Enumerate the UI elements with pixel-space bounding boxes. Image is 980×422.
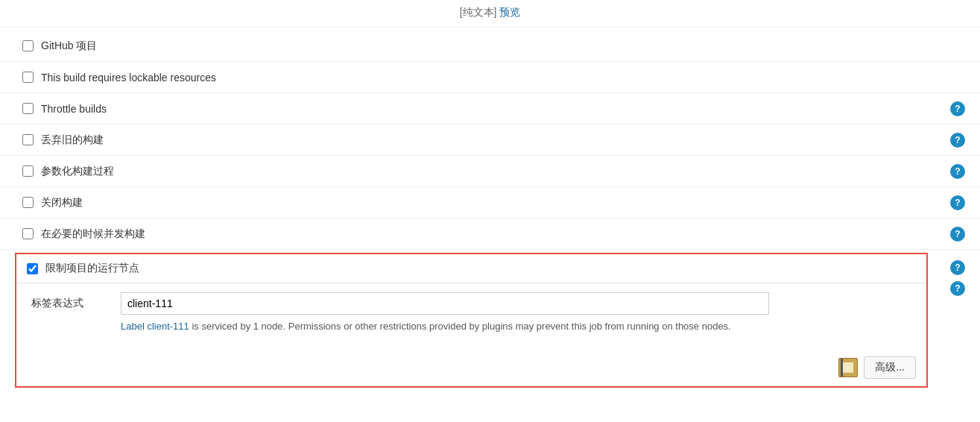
disable-builds-help-icon[interactable]: ? — [950, 195, 965, 210]
section-footer: 高级... — [16, 350, 926, 386]
restrict-nodes-text: 限制项目的运行节点 — [45, 262, 139, 275]
notebook-icon — [838, 358, 858, 377]
throttle-builds-text: Throttle builds — [41, 103, 107, 115]
lockable-resources-text: This build requires lockable resources — [41, 72, 216, 84]
label-client-link[interactable]: Label client-111 — [121, 321, 189, 332]
github-project-checkbox[interactable] — [22, 40, 34, 51]
discard-builds-checkbox[interactable] — [22, 134, 34, 145]
disable-builds-checkbox[interactable] — [22, 197, 34, 208]
throttle-builds-label[interactable]: Throttle builds — [22, 103, 965, 115]
option-row-disable: 关闭构建 ? — [0, 187, 980, 218]
discard-builds-help-icon[interactable]: ? — [950, 133, 965, 148]
label-expression-input[interactable] — [121, 292, 769, 315]
content-area: GitHub 项目 This build requires lockable r… — [0, 28, 980, 394]
concurrent-builds-text: 在必要的时候并发构建 — [41, 227, 145, 241]
parameterize-builds-label[interactable]: 参数化构建过程 — [22, 165, 965, 178]
plain-text-label: [纯文本] — [460, 6, 497, 18]
option-row-concurrent: 在必要的时候并发构建 ? — [0, 218, 980, 250]
concurrent-builds-checkbox[interactable] — [22, 228, 34, 239]
discard-builds-text: 丢弃旧的构建 — [41, 133, 104, 147]
discard-builds-label[interactable]: 丢弃旧的构建 — [22, 133, 965, 147]
lockable-resources-checkbox[interactable] — [22, 72, 34, 83]
option-row-parameterize: 参数化构建过程 ? — [0, 156, 980, 187]
option-row-throttle: Throttle builds ? — [0, 93, 980, 125]
advanced-button[interactable]: 高级... — [864, 356, 916, 379]
github-project-label[interactable]: GitHub 项目 — [22, 40, 965, 53]
page-wrapper: [纯文本] 预览 GitHub 项目 This build requires l… — [0, 0, 980, 422]
restrict-nodes-content: 标签表达式 Label client-111 is serviced by 1 … — [16, 283, 926, 350]
disable-builds-label[interactable]: 关闭构建 — [22, 196, 965, 210]
label-expression-label: 标签表达式 — [31, 292, 121, 310]
option-row-lockable: This build requires lockable resources — [0, 62, 980, 93]
parameterize-builds-text: 参数化构建过程 — [41, 165, 114, 178]
parameterize-builds-help-icon[interactable]: ? — [950, 164, 965, 179]
option-row-discard: 丢弃旧的构建 ? — [0, 125, 980, 156]
label-expression-help-text: Label client-111 is serviced by 1 node. … — [121, 319, 769, 334]
throttle-builds-checkbox[interactable] — [22, 103, 34, 114]
concurrent-builds-help-icon[interactable]: ? — [950, 227, 965, 242]
github-project-text: GitHub 项目 — [41, 40, 97, 53]
preview-header: [纯文本] 预览 — [0, 0, 980, 28]
disable-builds-text: 关闭构建 — [41, 196, 83, 210]
restrict-nodes-help-icon-1[interactable]: ? — [950, 260, 965, 275]
restrict-nodes-help-icon-2[interactable]: ? — [950, 281, 965, 296]
label-expression-row: 标签表达式 Label client-111 is serviced by 1 … — [31, 292, 911, 334]
restrict-nodes-label[interactable]: 限制项目的运行节点 — [27, 262, 911, 275]
lockable-resources-label[interactable]: This build requires lockable resources — [22, 72, 965, 84]
option-row-github: GitHub 项目 — [0, 31, 980, 62]
label-expression-input-area: Label client-111 is serviced by 1 node. … — [121, 292, 911, 334]
preview-link[interactable]: 预览 — [499, 6, 520, 18]
label-help-body: is serviced by 1 node. Permissions or ot… — [189, 321, 731, 332]
concurrent-builds-label[interactable]: 在必要的时候并发构建 — [22, 227, 965, 241]
restrict-nodes-checkbox[interactable] — [27, 263, 38, 274]
restrict-nodes-section: 限制项目的运行节点 标签表达式 Label client-111 is serv… — [15, 253, 928, 388]
throttle-builds-help-icon[interactable]: ? — [950, 101, 965, 116]
restrict-nodes-header: 限制项目的运行节点 — [16, 254, 926, 283]
parameterize-builds-checkbox[interactable] — [22, 166, 34, 177]
